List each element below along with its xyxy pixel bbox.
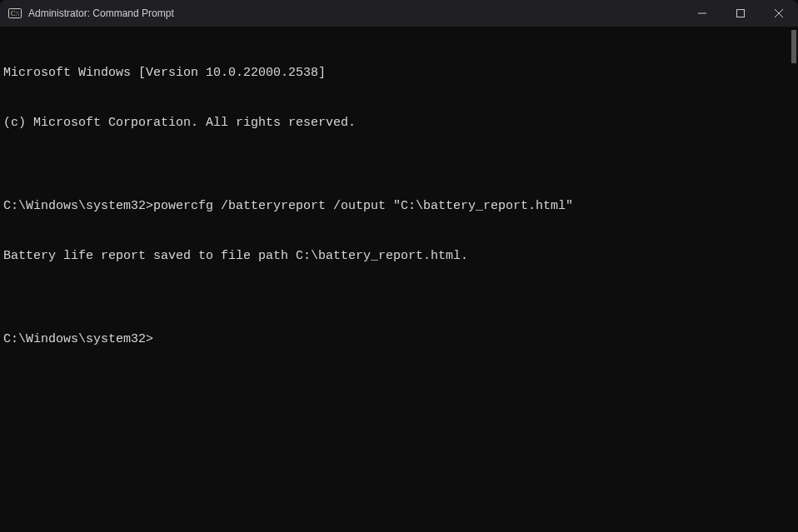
terminal-line: C:\Windows\system32> (3, 331, 795, 348)
svg-rect-3 (737, 10, 745, 17)
titlebar: C:\ Administrator: Command Prompt (0, 0, 798, 27)
prompt-text: C:\Windows\system32> (3, 199, 153, 213)
terminal-line: Microsoft Windows [Version 10.0.22000.25… (3, 65, 795, 82)
terminal-line: C:\Windows\system32>powercfg /batteryrep… (3, 198, 795, 215)
svg-text:C:\: C:\ (11, 10, 20, 17)
maximize-button[interactable] (721, 0, 760, 27)
window-title: Administrator: Command Prompt (28, 7, 683, 19)
cursor (153, 331, 161, 346)
cmd-icon: C:\ (8, 7, 22, 20)
prompt-text: C:\Windows\system32> (3, 332, 153, 346)
scrollbar-thumb[interactable] (791, 30, 796, 63)
window-controls (683, 0, 798, 27)
minimize-button[interactable] (683, 0, 721, 27)
terminal-line: (c) Microsoft Corporation. All rights re… (3, 115, 795, 132)
terminal-output[interactable]: Microsoft Windows [Version 10.0.22000.25… (0, 27, 798, 532)
command-text: powercfg /batteryreport /output "C:\batt… (153, 199, 573, 213)
terminal-line: Battery life report saved to file path C… (3, 248, 795, 265)
close-button[interactable] (760, 0, 798, 27)
